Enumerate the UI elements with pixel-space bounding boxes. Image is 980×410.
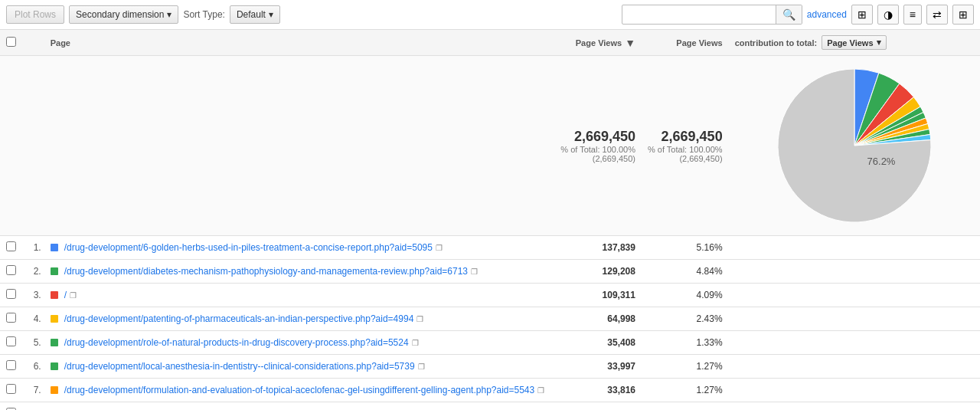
advanced-link[interactable]: advanced xyxy=(807,9,847,20)
row-checkbox-cell xyxy=(0,307,22,331)
row-checkbox[interactable] xyxy=(6,336,16,346)
external-link-icon[interactable]: ❐ xyxy=(537,386,544,395)
table-row: 8. /drug-development/a-review-on-quality… xyxy=(0,402,980,411)
row-checkbox-cell xyxy=(0,402,22,411)
row-pct: 5.16% xyxy=(642,236,729,260)
external-link-icon[interactable]: ❐ xyxy=(436,244,443,252)
external-link-icon[interactable]: ❐ xyxy=(418,362,425,371)
external-link-icon[interactable]: ❐ xyxy=(416,315,423,323)
row-chart-cell xyxy=(729,379,980,402)
row-page: /drug-development/role-of-natural-produc… xyxy=(44,331,551,355)
svg-text:76.2%: 76.2% xyxy=(867,156,895,167)
total-pct-value-2: (2,669,450) xyxy=(648,154,723,163)
row-checkbox[interactable] xyxy=(6,360,16,370)
row-views: 33,816 xyxy=(550,379,642,402)
total-pct: % of Total: 100.00% xyxy=(557,145,635,154)
data-table: Page Page Views ▼ Page Views contributio… xyxy=(0,30,980,410)
row-views: 33,997 xyxy=(550,355,642,379)
row-pct: 1.33% xyxy=(642,331,729,355)
row-checkbox[interactable] xyxy=(6,241,16,251)
row-chart-cell xyxy=(729,331,980,355)
page-link[interactable]: /drug-development/6-golden-herbs-used-in… xyxy=(64,242,433,253)
row-pct: 4.09% xyxy=(642,284,729,307)
sort-arrow-icon[interactable]: ▼ xyxy=(625,37,635,49)
sort-type-label: Sort Type: xyxy=(183,9,224,20)
row-checkbox[interactable] xyxy=(6,265,16,275)
search-button[interactable]: 🔍 xyxy=(776,5,802,24)
row-checkbox[interactable] xyxy=(6,384,16,394)
external-link-icon[interactable]: ❐ xyxy=(471,267,478,276)
row-color-dot xyxy=(51,339,58,346)
plot-rows-button[interactable]: Plot Rows xyxy=(6,5,64,24)
table-row: 7. /drug-development/formulation-and-eva… xyxy=(0,379,980,402)
select-all-checkbox[interactable] xyxy=(6,37,16,47)
row-num: 7. xyxy=(22,379,44,402)
row-chart-cell xyxy=(729,307,980,331)
row-pct: 2.43% xyxy=(642,307,729,331)
row-pct: 1.27% xyxy=(642,355,729,379)
comparison-button[interactable]: ⇄ xyxy=(926,5,948,25)
total-views-2: 2,669,450 xyxy=(648,129,723,145)
row-checkbox-cell xyxy=(0,379,22,402)
row-page: /drug-development/local-anesthesia-in-de… xyxy=(44,355,551,379)
row-num: 5. xyxy=(22,331,44,355)
table-row: 3. / ❐ 109,311 4.09% xyxy=(0,284,980,307)
page-link[interactable]: /drug-development/local-anesthesia-in-de… xyxy=(64,361,415,372)
row-page: /drug-development/a-review-on-quality-by… xyxy=(44,402,551,411)
row-num: 4. xyxy=(22,307,44,331)
secondary-dimension-dropdown[interactable]: Secondary dimension ▾ xyxy=(69,5,178,24)
row-views: 137,839 xyxy=(550,236,642,260)
row-checkbox-cell xyxy=(0,331,22,355)
search-input[interactable] xyxy=(622,6,776,23)
external-link-icon[interactable]: ❐ xyxy=(412,339,419,347)
header-checkbox-cell xyxy=(0,30,22,56)
row-views: 35,408 xyxy=(550,331,642,355)
row-color-dot xyxy=(51,267,58,275)
row-color-dot xyxy=(51,244,58,251)
page-link[interactable]: /drug-development/role-of-natural-produc… xyxy=(64,337,409,348)
row-views: 129,208 xyxy=(550,260,642,284)
table-row: 6. /drug-development/local-anesthesia-in… xyxy=(0,355,980,379)
row-checkbox-cell xyxy=(0,355,22,379)
page-link[interactable]: /drug-development/diabetes-mechanism-pat… xyxy=(64,266,468,277)
header-page-views-2: Page Views xyxy=(642,30,729,56)
row-page: /drug-development/6-golden-herbs-used-in… xyxy=(44,236,551,260)
row-checkbox[interactable] xyxy=(6,313,16,323)
header-page-views: Page Views ▼ xyxy=(550,30,642,56)
page-link[interactable]: / xyxy=(64,290,67,300)
page-link[interactable]: /drug-development/patenting-of-pharmaceu… xyxy=(64,313,414,324)
row-num: 6. xyxy=(22,355,44,379)
row-chart-cell xyxy=(729,284,980,307)
total-pct-value: (2,669,450) xyxy=(557,154,635,163)
row-color-dot xyxy=(51,362,58,370)
header-num xyxy=(22,30,44,56)
row-page: /drug-development/formulation-and-evalua… xyxy=(44,379,551,402)
header-contribution: contribution to total: Page Views ▾ xyxy=(729,30,980,56)
pie-chart-button[interactable]: ◑ xyxy=(877,5,899,25)
row-views: 64,998 xyxy=(550,307,642,331)
sort-type-dropdown[interactable]: Default ▾ xyxy=(230,5,280,24)
row-page: / ❐ xyxy=(44,284,551,307)
bar-chart-button[interactable]: ≡ xyxy=(903,5,922,25)
contribution-dropdown[interactable]: Page Views ▾ xyxy=(822,35,886,50)
row-checkbox-cell xyxy=(0,284,22,307)
row-views: 109,311 xyxy=(550,284,642,307)
grid-view-button[interactable]: ⊞ xyxy=(851,5,873,25)
row-page: /drug-development/diabetes-mechanism-pat… xyxy=(44,260,551,284)
row-chart-cell xyxy=(729,236,980,260)
header-page: Page xyxy=(44,30,551,56)
row-color-dot xyxy=(51,386,58,394)
page-link[interactable]: /drug-development/formulation-and-evalua… xyxy=(64,385,535,395)
row-num: 3. xyxy=(22,284,44,307)
chevron-down-icon: ▾ xyxy=(877,38,881,48)
row-checkbox[interactable] xyxy=(6,289,16,299)
total-views: 2,669,450 xyxy=(557,129,635,145)
row-color-dot xyxy=(51,315,58,323)
search-box: 🔍 xyxy=(622,5,802,25)
pivot-button[interactable]: ⊞ xyxy=(952,5,974,25)
external-link-icon[interactable]: ❐ xyxy=(70,291,77,300)
row-page: /drug-development/patenting-of-pharmaceu… xyxy=(44,307,551,331)
chevron-down-icon: ▾ xyxy=(269,9,273,20)
row-pct: 1.27% xyxy=(642,379,729,402)
row-pct: 4.84% xyxy=(642,260,729,284)
